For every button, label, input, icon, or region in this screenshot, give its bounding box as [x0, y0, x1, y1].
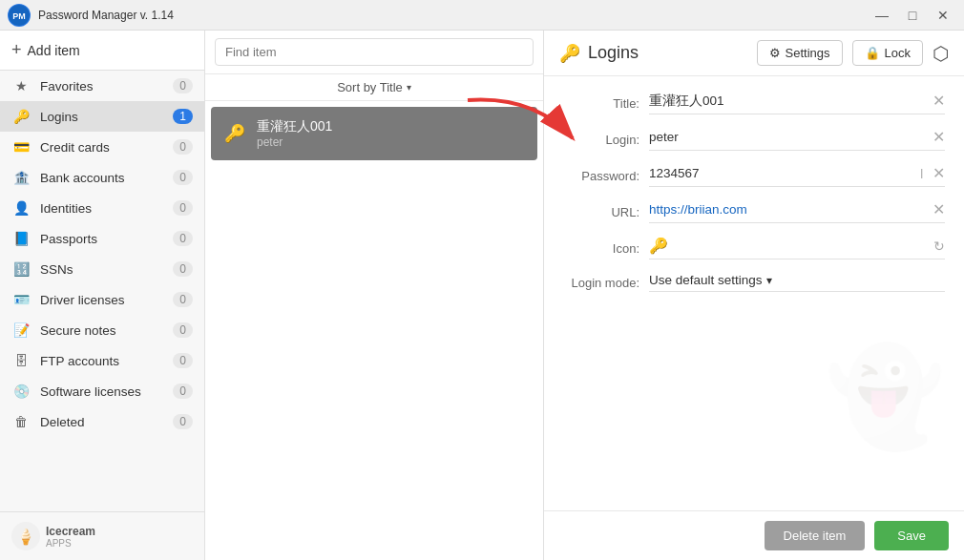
list-panel: Sort by Title ▾ 🔑 重灌狂人001 peter [205, 31, 544, 560]
url-clear-button[interactable]: ✕ [933, 202, 945, 218]
url-field-row: URL: ✕ [563, 200, 945, 223]
sidebar-count-deleted: 0 [173, 414, 193, 429]
sidebar-item-logins[interactable]: 🔑 Logins 1 [0, 101, 204, 132]
detail-footer: Delete item Save [544, 510, 964, 560]
gear-icon: ⚙ [769, 46, 781, 60]
sidebar-item-favorites[interactable]: ★ Favorites 0 [0, 71, 204, 101]
save-button[interactable]: Save [874, 521, 949, 550]
sidebar-item-ftp-accounts[interactable]: 🗄 FTP accounts 0 [0, 345, 204, 376]
sidebar-icon-logins: 🔑 [11, 109, 31, 124]
ghost-watermark: 👻 [826, 341, 945, 453]
detail-form: Title: ✕ Login: ✕ Password: [544, 76, 964, 510]
login-clear-button[interactable]: ✕ [933, 130, 945, 145]
list-item-subtitle: peter [257, 135, 332, 149]
title-clear-button[interactable]: ✕ [933, 93, 945, 109]
icon-label: Icon: [563, 241, 639, 256]
title-input[interactable] [649, 92, 927, 110]
sidebar-count-passports: 0 [173, 231, 193, 246]
login-label: Login: [563, 133, 639, 147]
login-input[interactable] [649, 128, 927, 146]
list-item-title: 重灌狂人001 [257, 118, 332, 135]
detail-title: Logins [588, 43, 639, 63]
detail-title-row: 🔑 Logins [559, 43, 639, 64]
sort-label: Sort by Title [337, 80, 403, 94]
plus-icon: + [11, 40, 22, 60]
sidebar-item-software-licenses[interactable]: 💿 Software licenses 0 [0, 376, 204, 406]
icon-field-row: Icon: 🔑 ↻ [563, 237, 945, 259]
sidebar-nav: ★ Favorites 0 🔑 Logins 1 💳 Credit cards … [0, 71, 204, 511]
sidebar-label-credit-cards: Credit cards [40, 140, 173, 155]
login-mode-label: Login mode: [563, 276, 639, 290]
svg-text:PM: PM [12, 11, 26, 21]
icecream-icon-img: 🍦 [11, 522, 40, 550]
sidebar-label-identities: Identities [40, 201, 173, 216]
url-field-wrap: ✕ [649, 200, 945, 223]
sidebar-footer: 🍦 Icecream APPS [0, 511, 204, 560]
list-item-info: 重灌狂人001 peter [257, 118, 332, 149]
brand-sub: APPS [46, 538, 95, 549]
sidebar-label-favorites: Favorites [40, 79, 173, 93]
sidebar-item-secure-notes[interactable]: 📝 Secure notes 0 [0, 315, 204, 345]
login-mode-select[interactable]: Use default settings ▾ [649, 273, 772, 287]
sidebar: + Add item ★ Favorites 0 🔑 Logins 1 💳 Cr… [0, 31, 205, 560]
export-icon: ⬡ [933, 43, 949, 64]
sidebar-item-ssns[interactable]: 🔢 SSNs 0 [0, 254, 204, 284]
sidebar-icon-passports: 📘 [11, 231, 31, 246]
login-field-wrap: ✕ [649, 128, 945, 151]
sidebar-label-secure-notes: Secure notes [40, 323, 173, 338]
sidebar-icon-secure-notes: 📝 [11, 322, 31, 338]
password-input[interactable] [649, 164, 914, 182]
sidebar-label-bank-accounts: Bank accounts [40, 171, 173, 185]
lock-label: Lock [885, 46, 911, 60]
export-button[interactable]: ⬡ [933, 42, 949, 65]
login-mode-value: Use default settings [649, 273, 763, 287]
sidebar-label-passports: Passports [40, 232, 173, 246]
lock-icon: 🔒 [865, 46, 880, 60]
sidebar-item-driver-licenses[interactable]: 🪪 Driver licenses 0 [0, 284, 204, 315]
password-label: Password: [563, 169, 639, 183]
sidebar-item-bank-accounts[interactable]: 🏦 Bank accounts 0 [0, 162, 204, 193]
icon-field-wrap: 🔑 ↻ [649, 237, 945, 259]
sidebar-item-deleted[interactable]: 🗑 Deleted 0 [0, 406, 204, 437]
sidebar-count-driver-licenses: 0 [173, 292, 193, 307]
sidebar-count-bank-accounts: 0 [173, 170, 193, 185]
icon-refresh-button[interactable]: ↻ [933, 239, 945, 253]
add-item-button[interactable]: + Add item [11, 40, 80, 60]
list-item-icon: 🔑 [224, 123, 245, 144]
sidebar-count-software-licenses: 0 [173, 384, 193, 399]
sidebar-count-identities: 0 [173, 200, 193, 216]
search-input[interactable] [215, 38, 534, 66]
url-input[interactable] [649, 200, 927, 218]
search-bar [205, 31, 543, 74]
sidebar-icon-identities: 👤 [11, 200, 31, 216]
window-controls: — □ ✕ [869, 4, 956, 27]
main-container: + Add item ★ Favorites 0 🔑 Logins 1 💳 Cr… [0, 31, 964, 560]
lock-button[interactable]: 🔒 Lock [852, 40, 923, 66]
sidebar-icon-ssns: 🔢 [11, 261, 31, 277]
chevron-down-icon: ▾ [407, 82, 411, 93]
sidebar-item-credit-cards[interactable]: 💳 Credit cards 0 [0, 132, 204, 162]
settings-button[interactable]: ⚙ Settings [757, 40, 843, 66]
sort-button[interactable]: Sort by Title ▾ [337, 80, 411, 94]
sidebar-count-ssns: 0 [173, 261, 193, 277]
add-item-label: Add item [28, 43, 80, 58]
sidebar-count-ftp-accounts: 0 [173, 353, 193, 368]
sidebar-label-logins: Logins [40, 110, 173, 124]
title-field-wrap: ✕ [649, 92, 945, 114]
sidebar-count-favorites: 0 [173, 78, 193, 93]
sidebar-count-credit-cards: 0 [173, 139, 193, 155]
list-item[interactable]: 🔑 重灌狂人001 peter [211, 107, 537, 160]
close-button[interactable]: ✕ [930, 4, 956, 27]
sidebar-count-secure-notes: 0 [173, 322, 193, 338]
delete-item-button[interactable]: Delete item [765, 521, 866, 550]
password-field-wrap: | ✕ [649, 164, 945, 187]
maximize-button[interactable]: □ [899, 4, 926, 27]
app-logo: PM [8, 4, 31, 27]
sidebar-label-ftp-accounts: FTP accounts [40, 354, 173, 368]
sidebar-item-identities[interactable]: 👤 Identities 0 [0, 193, 204, 223]
sidebar-item-passports[interactable]: 📘 Passports 0 [0, 223, 204, 254]
password-clear-button[interactable]: ✕ [933, 166, 945, 181]
icecream-logo: 🍦 Icecream APPS [11, 522, 95, 550]
minimize-button[interactable]: — [869, 4, 895, 27]
password-field-row: Password: | ✕ [563, 164, 945, 187]
